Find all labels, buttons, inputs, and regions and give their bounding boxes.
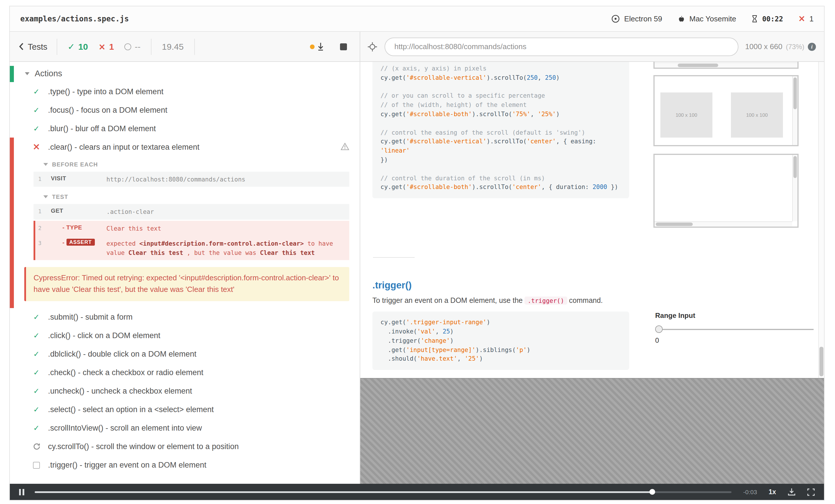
test-title: .focus() - focus on a DOM element	[48, 105, 167, 114]
test-row[interactable]: cy.scrollTo() - scroll the window or ele…	[10, 437, 360, 456]
hook-header[interactable]: BEFORE EACH	[14, 156, 360, 170]
back-to-tests-button[interactable]: Tests	[19, 38, 57, 55]
viewport-zoom: (73%)	[786, 42, 805, 50]
horizontal-scrollbar[interactable]	[655, 222, 792, 227]
aut-scrollbar[interactable]	[818, 62, 824, 378]
command-message: .action-clear	[106, 207, 345, 217]
horizontal-scrollbar[interactable]	[655, 62, 797, 68]
test-row[interactable]: ✓.focus() - focus on a DOM element	[10, 101, 360, 119]
range-slider[interactable]	[655, 326, 814, 334]
test-row-failed[interactable]: × .clear() - clears an input or textarea…	[14, 138, 360, 156]
test-row[interactable]: ✓.scrollIntoView() - scroll an element i…	[10, 419, 360, 437]
command-row[interactable]: 2- TYPEClear this text	[34, 220, 349, 236]
test-row[interactable]: ✓.uncheck() - uncheck a checkbox element	[10, 382, 360, 400]
os-info: Mac Yosemite	[677, 15, 736, 23]
auto-scroll-indicator-icon	[310, 44, 314, 49]
command-row[interactable]: 1VISIThttp://localhost:8080/commands/act…	[34, 172, 349, 187]
test-row[interactable]: ✓.click() - click on a DOM element	[10, 326, 360, 345]
range-input-label: Range Input	[655, 312, 815, 320]
slider-track	[655, 329, 814, 330]
command-message: Clear this text	[106, 224, 345, 233]
url-bar[interactable]: http://localhost:8080/commands/actions	[385, 37, 738, 56]
test-row[interactable]: ✓.submit() - submit a form	[10, 308, 360, 326]
command-number: 2	[38, 224, 51, 231]
scrollable-vertical-demo[interactable]: 100 x 100 100 x 100	[653, 75, 798, 146]
scrollbar-thumb[interactable]	[656, 223, 693, 226]
range-input-section: Range Input 0	[653, 312, 815, 344]
check-icon: ✓	[68, 41, 75, 52]
placeholder-image: 100 x 100	[731, 92, 783, 138]
check-icon: ✓	[33, 331, 40, 340]
error-message: CypressError: Timed out retrying: expect…	[24, 267, 349, 301]
scroll-down-arrow-icon	[318, 42, 324, 51]
slider-thumb[interactable]	[655, 326, 663, 333]
command-number: 1	[38, 207, 51, 215]
test-title: .submit() - submit a form	[48, 313, 133, 321]
test-row[interactable]: ✓.type() - type into a DOM element	[10, 82, 360, 101]
command-row[interactable]: 3- ASSERTexpected <input#description.for…	[34, 236, 349, 260]
command-message: http://localhost:8080/commands/actions	[106, 174, 345, 184]
auto-scroll-toggle[interactable]	[310, 42, 324, 51]
back-to-tests-label: Tests	[28, 42, 47, 51]
hook-label: BEFORE EACH	[52, 161, 98, 168]
player-progress-played	[35, 491, 652, 493]
header-meta: Electron 59 Mac Yosemite 00:22 × 1	[611, 15, 814, 23]
fail-icon: ×	[33, 142, 40, 151]
toolbar: Tests ✓10 ×1 -- 19.45 http://localhost:8…	[10, 32, 824, 62]
scrollable-horizontal-demo[interactable]	[653, 62, 798, 69]
info-icon[interactable]: i	[808, 42, 816, 50]
download-button[interactable]	[788, 488, 796, 496]
test-title: .blur() - blur off a DOM element	[48, 124, 156, 133]
code-block-1: // (x axis, y axis) in pixelscy.get('#sc…	[372, 62, 629, 198]
stop-button[interactable]	[340, 43, 347, 50]
letterbox-area	[360, 378, 824, 484]
assert-badge: ASSERT	[66, 239, 95, 246]
fullscreen-button[interactable]	[807, 488, 815, 496]
code-block-2: cy.get('.trigger-input-range') .invoke('…	[372, 312, 629, 370]
test-row[interactable]: ✓.dblclick() - double click on a DOM ele…	[10, 345, 360, 363]
vertical-scrollbar[interactable]	[792, 76, 797, 145]
header-bar: examples/actions.spec.js Electron 59 Mac…	[10, 6, 824, 32]
playback-speed-button[interactable]: 1x	[769, 488, 776, 495]
check-icon: ✓	[33, 350, 40, 358]
hook-header[interactable]: TEST	[14, 189, 360, 203]
scrollbar-thumb[interactable]	[678, 64, 718, 67]
test-row[interactable]: ✓.select() - select an option in a <sele…	[10, 400, 360, 419]
test-row[interactable]: .trigger() - trigger an event on a DOM e…	[10, 456, 360, 474]
cross-icon: ×	[98, 41, 105, 52]
player-progress-bar[interactable]	[35, 488, 732, 495]
test-row[interactable]: ✓.check() - check a checkbox or radio el…	[10, 363, 360, 382]
aut-demo-column: 100 x 100 100 x 100 Range Input	[653, 62, 815, 344]
video-player-bar: -0:03 1x	[10, 484, 824, 500]
header-failure-count: × 1	[798, 15, 814, 23]
check-icon: ✓	[33, 405, 40, 414]
suite-header[interactable]: Actions	[10, 66, 360, 82]
pending-count: --	[124, 42, 141, 51]
check-icon: ✓	[33, 87, 40, 96]
scrollable-both-demo[interactable]	[653, 154, 798, 228]
command-method: - ASSERT	[51, 239, 106, 246]
command-row[interactable]: 1GET.action-clear	[34, 204, 349, 219]
aut-scrollbar-thumb[interactable]	[819, 347, 823, 376]
pause-button[interactable]	[19, 489, 24, 495]
elapsed-timer: 00:22	[751, 15, 783, 23]
section-intro: To trigger an event on a DOM element, us…	[372, 296, 629, 304]
player-progress-thumb[interactable]	[649, 489, 655, 495]
selector-playground-icon[interactable]	[367, 41, 378, 52]
apple-icon	[677, 15, 685, 23]
scrollbar-thumb[interactable]	[793, 156, 797, 178]
url-text: http://localhost:8080/commands/actions	[394, 42, 527, 51]
test-row[interactable]: ✓.blur() - blur off a DOM element	[10, 119, 360, 138]
scrollbar-thumb[interactable]	[793, 78, 797, 109]
test-title: .trigger() - trigger an event on a DOM e…	[48, 461, 206, 469]
timer-value: 00:22	[762, 15, 783, 23]
inline-code: .trigger()	[525, 296, 567, 304]
warning-icon	[341, 143, 349, 150]
vertical-scrollbar[interactable]	[792, 155, 797, 222]
failure-count-value: 1	[810, 15, 814, 23]
browser-info: Electron 59	[611, 15, 663, 23]
pending-circle-icon	[124, 43, 131, 50]
section-heading: .trigger()	[372, 280, 629, 291]
aut-panel: // (x axis, y axis) in pixelscy.get('#sc…	[360, 62, 824, 484]
command-method: - TYPE	[51, 224, 106, 230]
